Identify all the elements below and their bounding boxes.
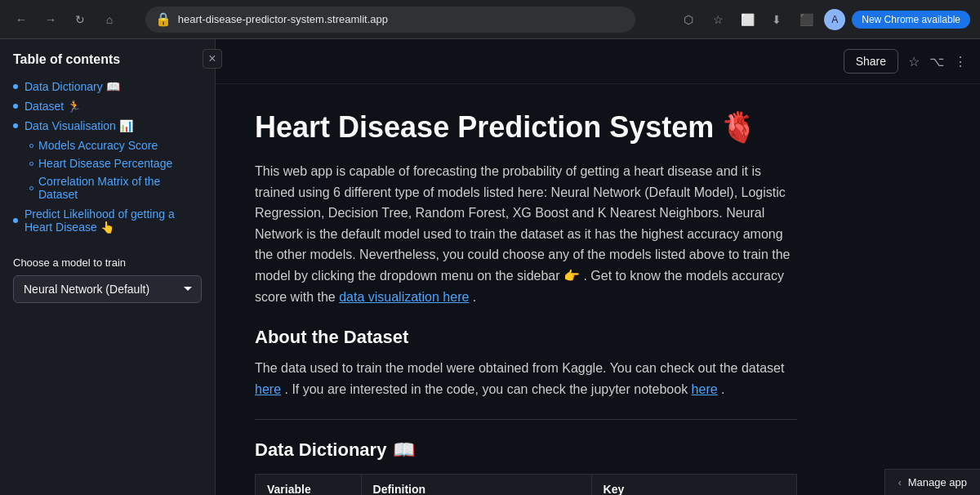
toc-link-predict[interactable]: Predict Likelihood of getting a Heart Di… [24,207,202,234]
dict-title-text: Data Dictionary [255,439,386,461]
toc-bullet-1 [13,84,18,89]
toc-link-dataset[interactable]: Dataset 🏃 [24,100,81,113]
dict-emoji: 📖 [393,439,415,461]
sidebar-close-button[interactable]: × [203,49,216,69]
topbar: Share ☆ ⌥ ⋮ [216,39,980,84]
page-title: Heart Disease Prediction System 🫀 [255,110,797,145]
col-key: Key [591,475,796,495]
more-options-icon[interactable]: ⋮ [954,54,967,69]
toc-sub-circle-2 [29,162,33,166]
toc-link-data-dictionary[interactable]: Data Dictionary 📖 [24,80,120,93]
main-content: Share ☆ ⌥ ⋮ Heart Disease Prediction Sys… [216,39,980,495]
toc-sub-item-correlation: Correlation Matrix of the Dataset [29,175,202,201]
toc-sub-circle-3 [29,186,33,190]
toc-bullet-4 [13,218,18,223]
chevron-left-icon: ‹ [898,477,902,488]
about-text-2: . If you are interested in the code, you… [284,382,688,396]
url-text: heart-disease-predictor-system.streamlit… [178,13,388,25]
toc-link-percentage[interactable]: Heart Disease Percentage [38,157,172,170]
table-header-row: Variable Definition Key [256,475,797,495]
download-icon[interactable]: ⬇ [765,8,788,31]
avatar[interactable]: A [824,9,845,30]
toc-link-correlation[interactable]: Correlation Matrix of the Dataset [38,175,202,201]
jupyter-link[interactable]: here [692,382,718,396]
description-text: This web app is capable of forecasting t… [255,164,791,304]
tab-search-icon[interactable]: ⬜ [736,8,759,31]
sidebar: × Table of contents Data Dictionary 📖 Da… [0,39,216,495]
toc-bullet-3 [13,123,18,128]
toc-list: Data Dictionary 📖 Dataset 🏃 Data Visuali… [13,80,202,240]
lock-icon: 🔒 [155,11,172,27]
new-chrome-button[interactable]: New Chrome available [852,11,970,29]
manage-app-label: Manage app [908,476,967,488]
forward-button[interactable]: → [39,8,62,31]
browser-chrome: ← → ↻ ⌂ 🔒 heart-disease-predictor-system… [0,0,980,39]
col-definition: Definition [361,475,591,495]
about-text-end: . [721,382,724,396]
about-dataset-title: About the Dataset [255,327,797,348]
about-dataset-text: The data used to train the model were ob… [255,358,797,399]
data-dictionary-table: Variable Definition Key Age Age Of the p… [255,474,797,495]
back-button[interactable]: ← [10,8,33,31]
refresh-button[interactable]: ↻ [69,8,91,31]
toc-title: Table of contents [13,52,202,67]
toc-bullet-2 [13,104,18,109]
browser-actions: ⬡ ☆ ⬜ ⬇ ⬛ A New Chrome available [677,8,970,31]
cast-icon[interactable]: ⬡ [677,8,700,31]
about-text-1: The data used to train the model were ob… [255,361,784,375]
page-description: This web app is capable of forecasting t… [255,161,797,307]
model-select-label: Choose a model to train [13,256,202,269]
page-title-text: Heart Disease Prediction System [255,110,714,145]
col-variable: Variable [256,475,362,495]
toc-sub-item-accuracy: Models Accuracy Score [29,139,202,152]
star-topbar-icon[interactable]: ☆ [908,54,920,69]
manage-app-bar[interactable]: ‹ Manage app [884,469,980,495]
content-area: Heart Disease Prediction System 🫀 This w… [216,84,836,495]
sidebar-toggle-icon[interactable]: ⬛ [795,8,817,31]
toc-sub-list: Models Accuracy Score Heart Disease Perc… [29,139,202,201]
heart-emoji: 🫀 [720,110,757,145]
toc-item-data-visualisation: Data Visualisation 📊 Models Accuracy Sco… [13,119,202,201]
data-viz-link[interactable]: data visualization here [339,290,469,304]
description-end: . [473,290,476,304]
home-button[interactable]: ⌂ [98,8,121,31]
share-button[interactable]: Share [844,49,898,74]
toc-sub-item-percentage: Heart Disease Percentage [29,157,202,170]
toc-item-dataset: Dataset 🏃 [13,100,202,113]
address-bar[interactable]: 🔒 heart-disease-predictor-system.streaml… [145,7,635,33]
kaggle-link[interactable]: here [255,382,281,396]
toc-item-predict: Predict Likelihood of getting a Heart Di… [13,207,202,234]
toc-link-accuracy[interactable]: Models Accuracy Score [38,139,158,152]
model-select[interactable]: Neural Network (Default) Logistic Regres… [13,275,202,303]
data-dictionary-title: Data Dictionary 📖 [255,439,797,461]
toc-link-data-visualisation[interactable]: Data Visualisation 📊 [24,119,133,132]
toc-sub-circle-1 [29,144,33,148]
divider [255,419,797,420]
star-icon[interactable]: ☆ [706,8,729,31]
app-container: × Table of contents Data Dictionary 📖 Da… [0,39,980,495]
toc-item-data-dictionary: Data Dictionary 📖 [13,80,202,93]
github-icon[interactable]: ⌥ [929,54,944,69]
